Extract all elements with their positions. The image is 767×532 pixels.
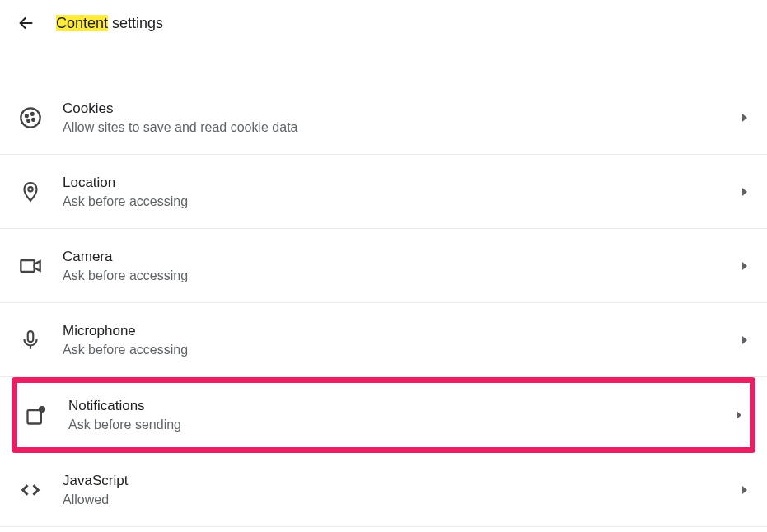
svg-marker-17 xyxy=(737,411,741,419)
setting-row-location[interactable]: Location Ask before accessing xyxy=(0,155,767,229)
svg-point-3 xyxy=(31,112,34,114)
setting-row-camera[interactable]: Camera Ask before accessing xyxy=(0,229,767,303)
svg-marker-18 xyxy=(742,486,747,494)
setting-text: Cookies Allow sites to save and read coo… xyxy=(63,100,741,135)
setting-row-notifications[interactable]: Notifications Ask before sending xyxy=(12,377,755,453)
setting-subtitle: Allowed xyxy=(63,492,741,507)
svg-marker-10 xyxy=(35,261,40,271)
cookie-icon xyxy=(18,105,43,130)
page-title-highlight: Content xyxy=(56,15,108,31)
chevron-right-icon xyxy=(741,259,749,273)
setting-row-javascript[interactable]: JavaScript Allowed xyxy=(0,453,767,527)
settings-list: Cookies Allow sites to save and read coo… xyxy=(0,81,767,527)
svg-rect-12 xyxy=(28,331,34,342)
camera-icon xyxy=(18,254,43,278)
chevron-right-icon xyxy=(735,408,743,422)
page-title-rest: settings xyxy=(108,15,163,31)
location-icon xyxy=(18,180,43,204)
svg-rect-9 xyxy=(21,260,34,272)
notifications-icon xyxy=(24,403,49,427)
setting-title: Microphone xyxy=(63,323,741,339)
setting-subtitle: Ask before sending xyxy=(68,418,735,432)
setting-row-cookies[interactable]: Cookies Allow sites to save and read coo… xyxy=(0,81,767,155)
svg-rect-15 xyxy=(28,410,41,423)
svg-marker-11 xyxy=(742,262,747,270)
back-button[interactable] xyxy=(16,13,36,33)
svg-point-16 xyxy=(39,406,45,413)
setting-subtitle: Ask before accessing xyxy=(63,194,741,209)
page-header: Content settings xyxy=(0,0,767,46)
svg-marker-6 xyxy=(742,114,747,122)
chevron-right-icon xyxy=(741,110,749,125)
svg-point-5 xyxy=(32,118,35,120)
setting-row-microphone[interactable]: Microphone Ask before accessing xyxy=(0,303,767,377)
arrow-left-icon xyxy=(17,14,35,32)
page-title: Content settings xyxy=(56,15,163,32)
svg-marker-8 xyxy=(742,188,747,196)
svg-point-4 xyxy=(27,119,30,122)
setting-subtitle: Ask before accessing xyxy=(63,343,741,357)
microphone-icon xyxy=(18,328,43,352)
setting-title: JavaScript xyxy=(63,473,741,489)
svg-point-1 xyxy=(21,108,40,127)
setting-title: Location xyxy=(63,175,741,191)
setting-text: Location Ask before accessing xyxy=(63,175,741,209)
setting-subtitle: Allow sites to save and read cookie data xyxy=(63,120,741,135)
chevron-right-icon xyxy=(741,483,749,497)
svg-marker-14 xyxy=(742,336,747,344)
svg-point-7 xyxy=(28,187,32,191)
setting-text: Microphone Ask before accessing xyxy=(63,323,741,357)
setting-text: JavaScript Allowed xyxy=(63,473,741,507)
svg-point-2 xyxy=(26,114,28,117)
setting-text: Notifications Ask before sending xyxy=(68,398,735,432)
chevron-right-icon xyxy=(741,184,749,199)
setting-text: Camera Ask before accessing xyxy=(63,249,741,283)
setting-title: Notifications xyxy=(68,398,735,414)
chevron-right-icon xyxy=(741,333,749,348)
setting-subtitle: Ask before accessing xyxy=(63,268,741,283)
setting-title: Cookies xyxy=(63,100,741,117)
code-icon xyxy=(18,478,43,502)
setting-title: Camera xyxy=(63,249,741,265)
